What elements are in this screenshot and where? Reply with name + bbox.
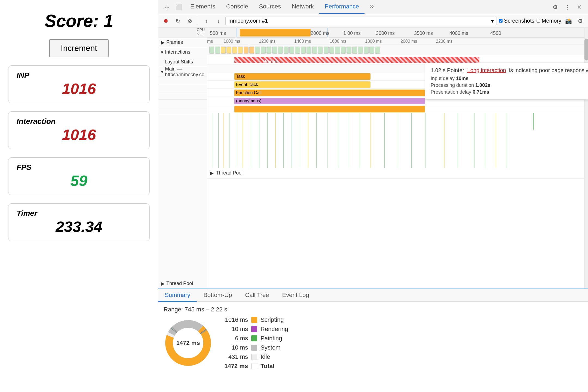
yellow2-label-row bbox=[158, 107, 207, 115]
inspect-icon[interactable]: ⊹ bbox=[161, 1, 173, 13]
settings-icon[interactable]: ⚙ bbox=[549, 1, 561, 13]
tab-summary[interactable]: Summary bbox=[158, 289, 197, 302]
screenshots-label: Screenshots bbox=[504, 18, 534, 24]
green-bar bbox=[349, 113, 349, 168]
capture-icon[interactable]: 📸 bbox=[564, 16, 573, 26]
tab-console[interactable]: Console bbox=[221, 0, 254, 14]
thread-pool-label: Thread Pool bbox=[166, 281, 193, 286]
yellow2-track[interactable] bbox=[207, 105, 588, 113]
frame-thumb bbox=[221, 47, 226, 54]
tooltip-pointer-type: Pointer bbox=[447, 67, 464, 73]
input-delay-value: 10ms bbox=[456, 76, 468, 81]
presentation-value: 6.71ms bbox=[473, 89, 489, 95]
r2-1000: 1000 ms bbox=[223, 39, 240, 44]
input-delay-label: Input delay bbox=[431, 76, 455, 81]
tab-more[interactable]: ›› bbox=[365, 0, 379, 14]
frames-row-label[interactable]: ▶ Frames bbox=[158, 38, 207, 47]
frame-thumb bbox=[238, 47, 243, 54]
interactions-track[interactable]: Pointer 1.02 s Pointer Long interaction … bbox=[207, 55, 588, 65]
frame-thumb bbox=[329, 47, 334, 54]
task-block[interactable]: Task bbox=[234, 73, 370, 80]
yellow-bar-v bbox=[444, 113, 445, 168]
divider1 bbox=[198, 17, 198, 25]
record-btn[interactable]: ⏺ bbox=[161, 16, 171, 26]
more-options-icon[interactable]: ⋮ bbox=[561, 1, 573, 13]
tab-bottom-up[interactable]: Bottom-Up bbox=[197, 289, 238, 302]
green-bar bbox=[485, 113, 485, 168]
stop-btn[interactable]: ⊘ bbox=[185, 16, 195, 26]
r2-1200: 1200 ms bbox=[259, 39, 275, 44]
green-bar bbox=[300, 113, 300, 168]
function-call-block[interactable]: Function Call bbox=[234, 90, 425, 96]
main-row-label[interactable]: ▾ Main — https://mmocny.co bbox=[158, 67, 207, 77]
yellow-bar-v bbox=[370, 113, 371, 168]
device-icon[interactable]: ⬜ bbox=[173, 1, 185, 13]
close-icon[interactable]: ✕ bbox=[573, 1, 585, 13]
tooltip-timing: 1.02 s bbox=[431, 67, 445, 73]
reload-btn[interactable]: ↻ bbox=[173, 16, 183, 26]
tab-event-log[interactable]: Event Log bbox=[275, 289, 316, 302]
frame-thumb bbox=[295, 47, 300, 54]
devtools-toolbar: ⏺ ↻ ⊘ ↑ ↓ mmocny.com #1 ▾ Screenshots Me… bbox=[158, 14, 588, 28]
tab-elements[interactable]: Elements bbox=[185, 0, 221, 14]
green-bar bbox=[283, 113, 284, 168]
tab-network[interactable]: Network bbox=[286, 0, 319, 14]
summary-body: 1472 ms 1016 ms Scripting 10 ms Renderin… bbox=[164, 316, 583, 370]
anonymous-block[interactable]: (anonymous) bbox=[234, 98, 425, 104]
yellow-bar-v bbox=[243, 113, 243, 168]
event-click-block[interactable]: Event: click bbox=[234, 81, 370, 88]
bottom-tabs: Summary Bottom-Up Call Tree Event Log bbox=[158, 289, 588, 302]
fps-card: FPS 59 bbox=[8, 157, 150, 195]
scrollbar-thumb[interactable] bbox=[584, 39, 588, 60]
idle-ms: 431 ms bbox=[223, 353, 248, 360]
download-btn[interactable]: ↓ bbox=[213, 16, 223, 26]
tab-call-tree[interactable]: Call Tree bbox=[238, 289, 275, 302]
thread-pool-label-row[interactable]: ▶ Thread Pool bbox=[158, 279, 207, 289]
score-value: 1 bbox=[104, 11, 114, 31]
yellow-bar-v bbox=[223, 113, 224, 168]
ruler-2500: 1 00 ms bbox=[343, 30, 361, 36]
timeline-ruler-top: 500 ms 1 00 ms 1500 ms 2000 ms 1 00 ms 3… bbox=[207, 28, 588, 38]
timeline-content[interactable]: 500 ms 1 00 ms 1500 ms 2000 ms 1 00 ms 3… bbox=[207, 28, 588, 289]
screenshots-group: Screenshots bbox=[499, 18, 534, 24]
green-bar bbox=[213, 113, 213, 168]
scripting-ms: 1016 ms bbox=[223, 316, 248, 323]
interaction-label: Interaction bbox=[17, 117, 56, 126]
tab-performance[interactable]: Performance bbox=[319, 0, 365, 14]
tooltip-link[interactable]: Long interaction bbox=[467, 67, 506, 73]
green-bar bbox=[316, 113, 317, 168]
yellow-bar-v bbox=[308, 113, 308, 168]
summary-legend: 1016 ms Scripting 10 ms Rendering 6 ms P… bbox=[223, 316, 288, 370]
tab-sources[interactable]: Sources bbox=[253, 0, 286, 14]
pointer-bar[interactable]: Pointer bbox=[234, 57, 479, 63]
url-dropdown-icon[interactable]: ▾ bbox=[491, 18, 494, 24]
inp-label: INP bbox=[17, 71, 29, 80]
interactions-row-label[interactable]: ▾ Interactions bbox=[158, 47, 207, 57]
rendering-swatch bbox=[251, 326, 257, 332]
score-label: Score: bbox=[45, 11, 99, 31]
green-bar bbox=[236, 113, 236, 168]
scripting-swatch bbox=[251, 317, 257, 323]
green-bar bbox=[507, 113, 507, 168]
green-bar bbox=[360, 113, 360, 168]
memory-checkbox[interactable] bbox=[537, 19, 540, 23]
main-activity-area bbox=[207, 113, 588, 168]
yellow2-block[interactable] bbox=[234, 106, 425, 112]
legend-total: 1472 ms Total bbox=[223, 363, 288, 370]
increment-button[interactable]: Increment bbox=[49, 39, 108, 57]
settings-toolbar-icon[interactable]: ⚙ bbox=[575, 16, 585, 26]
rendering-name: Rendering bbox=[261, 326, 288, 333]
score-title: Score: 1 bbox=[45, 11, 114, 31]
screenshots-checkbox[interactable] bbox=[499, 19, 503, 23]
layout-shifts-label-row[interactable]: Layout Shifts bbox=[158, 57, 207, 67]
ruler-500: 500 ms bbox=[210, 30, 226, 36]
scripting-name: Scripting bbox=[261, 316, 284, 323]
r2-1400: 1400 ms bbox=[294, 39, 311, 44]
legend-idle: 431 ms Idle bbox=[223, 353, 288, 360]
upload-btn[interactable]: ↑ bbox=[201, 16, 211, 26]
green-bar bbox=[338, 113, 338, 168]
green-bar bbox=[218, 113, 219, 168]
thread-pool-row[interactable]: ▶ Thread Pool bbox=[207, 168, 588, 179]
green-bar bbox=[267, 113, 268, 168]
tooltip-detail: Input delay 10ms Processing duration 1.0… bbox=[431, 76, 588, 95]
